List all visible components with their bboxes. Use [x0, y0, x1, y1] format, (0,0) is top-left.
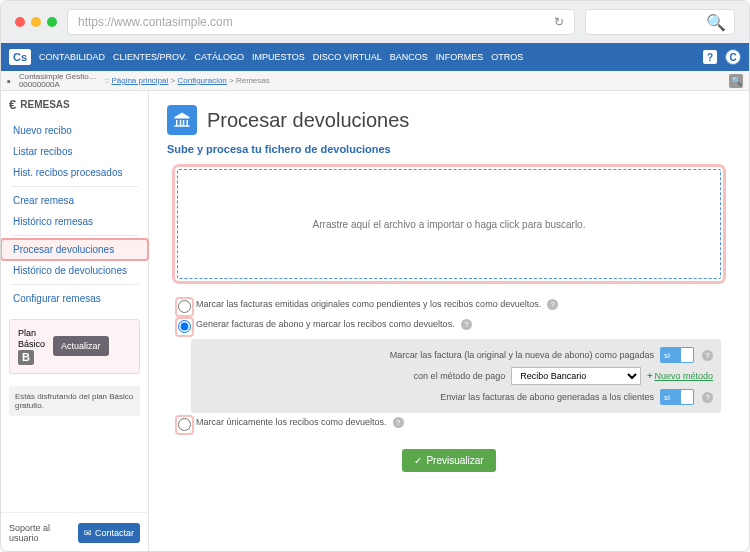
plus-icon: +: [647, 371, 652, 381]
plan-note: Estás disfrutando del plan Básico gratui…: [9, 386, 140, 416]
app-logo[interactable]: Cs: [9, 49, 31, 65]
help-icon[interactable]: ?: [702, 392, 713, 403]
mark-paid-toggle[interactable]: sí: [660, 347, 694, 363]
upgrade-button[interactable]: Actualizar: [53, 336, 109, 356]
crumb-current: Remesas: [236, 76, 270, 85]
sidebar-item-historico-devoluciones[interactable]: Histórico de devoluciones: [1, 260, 148, 281]
nav-disco[interactable]: DISCO VIRTUAL: [313, 52, 382, 62]
main-content: Procesar devoluciones Sube y procesa tu …: [149, 91, 749, 552]
window-controls[interactable]: [15, 17, 57, 27]
sub-send-label: Enviar las facturas de abono generadas a…: [199, 392, 654, 402]
preview-button[interactable]: ✓Previsualizar: [402, 449, 495, 472]
plan-label: Plan: [18, 328, 36, 339]
process-options: Marcar las facturas emitidas originales …: [177, 297, 721, 435]
sidebar-item-crear-remesa[interactable]: Crear remesa: [1, 190, 148, 211]
sub-bar: ▪ Contasimple Gestio… 00000000A :: Págin…: [1, 71, 749, 91]
sub-options: Marcar las factura (la original y la nue…: [191, 339, 721, 413]
nav-contabilidad[interactable]: CONTABILIDAD: [39, 52, 105, 62]
crumb-home[interactable]: Página principal: [111, 76, 168, 85]
sidebar-item-hist-recibos[interactable]: Hist. recibos procesados: [1, 162, 148, 183]
plan-name: Básico: [18, 339, 45, 350]
contact-button[interactable]: ✉ Contactar: [78, 523, 140, 543]
support-section: Soporte al usuario ✉ Contactar: [1, 512, 148, 552]
payment-method-select[interactable]: Recibo Bancario: [511, 367, 641, 385]
search-small-icon[interactable]: 🔍: [729, 74, 743, 88]
browser-search[interactable]: 🔍: [585, 9, 735, 35]
euro-icon: €: [9, 97, 16, 112]
help-icon[interactable]: ?: [393, 417, 404, 428]
nav-bancos[interactable]: BANCOS: [390, 52, 428, 62]
page-subtitle: Sube y procesa tu fichero de devolucione…: [167, 143, 731, 155]
company-id: 00000000A: [19, 81, 97, 89]
sub-mark-paid-label: Marcar las factura (la original y la nue…: [199, 350, 654, 360]
close-window-icon[interactable]: [15, 17, 25, 27]
breadcrumb: :: Página principal > Configuración > Re…: [105, 76, 270, 85]
plan-badge: B: [18, 350, 34, 365]
plan-box: Plan Básico B Actualizar: [9, 319, 140, 374]
sidebar-item-procesar-devoluciones[interactable]: Procesar devoluciones: [1, 239, 148, 260]
help-icon[interactable]: ?: [547, 299, 558, 310]
sidebar-item-listar-recibos[interactable]: Listar recibos: [1, 141, 148, 162]
page-title: Procesar devoluciones: [207, 109, 409, 132]
address-bar[interactable]: https://www.contasimple.com ↻: [67, 9, 575, 35]
user-avatar[interactable]: C: [725, 49, 741, 65]
sidebar-item-historico-remesas[interactable]: Histórico remesas: [1, 211, 148, 232]
support-label: Soporte al usuario: [9, 523, 72, 543]
send-clients-toggle[interactable]: sí: [660, 389, 694, 405]
option-1-radio[interactable]: [178, 300, 191, 313]
option-3-radio[interactable]: [178, 418, 191, 431]
sidebar-title: € REMESAS: [1, 91, 148, 118]
check-icon: ✓: [414, 455, 422, 466]
nav-informes[interactable]: INFORMES: [436, 52, 484, 62]
bank-icon: [167, 105, 197, 135]
search-icon: 🔍: [706, 13, 726, 32]
nav-impuestos[interactable]: IMPUESTOS: [252, 52, 305, 62]
sub-method-label: con el método de pago: [199, 371, 505, 381]
top-navigation: Cs CONTABILIDAD CLIENTES/PROV. CATÁLOGO …: [1, 43, 749, 71]
sidebar: € REMESAS Nuevo recibo Listar recibos Hi…: [1, 91, 149, 552]
help-icon[interactable]: ?: [703, 50, 717, 64]
help-icon[interactable]: ?: [702, 350, 713, 361]
maximize-window-icon[interactable]: [47, 17, 57, 27]
option-3-label: Marcar únicamente los recibos como devue…: [196, 417, 387, 427]
url-text: https://www.contasimple.com: [78, 15, 233, 29]
nav-catalogo[interactable]: CATÁLOGO: [195, 52, 244, 62]
new-method-link[interactable]: + Nuevo método: [647, 371, 713, 381]
crumb-config[interactable]: Configuración: [177, 76, 226, 85]
help-icon[interactable]: ?: [461, 319, 472, 330]
mail-icon: ✉: [84, 528, 92, 538]
nav-otros[interactable]: OTROS: [491, 52, 523, 62]
sidebar-item-configurar-remesas[interactable]: Configurar remesas: [1, 288, 148, 309]
refresh-icon[interactable]: ↻: [554, 15, 564, 29]
file-dropzone[interactable]: Arrastre aquí el archivo a importar o ha…: [177, 169, 721, 279]
sidebar-item-nuevo-recibo[interactable]: Nuevo recibo: [1, 120, 148, 141]
option-2-label: Generar facturas de abono y marcar los r…: [196, 319, 455, 329]
nav-clientes[interactable]: CLIENTES/PROV.: [113, 52, 187, 62]
option-1-label: Marcar las facturas emitidas originales …: [196, 299, 541, 309]
minimize-window-icon[interactable]: [31, 17, 41, 27]
company-icon: ▪: [7, 75, 11, 87]
option-2-radio[interactable]: [178, 320, 191, 333]
